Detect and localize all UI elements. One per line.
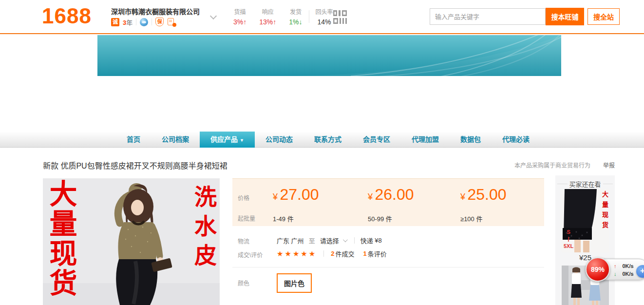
price-label: 价格: [238, 193, 249, 202]
shop-nav: 首页 公司档案 供应产品▼ 公司动态 联系方式 会员专区 代理加盟 数据包 代理…: [0, 132, 644, 148]
upload-speed-row: ↑ 0K/s: [614, 263, 634, 269]
trade-notice: 本产品采购属于商业贸易行为举报: [514, 161, 615, 169]
download-arrow-icon: ↓: [614, 271, 617, 277]
deal-count-link[interactable]: 2件成交: [331, 249, 354, 258]
company-badges: 诚 3年 保: [111, 18, 176, 26]
site-header: 1688 深圳市韩潮衣橱服装有限公司 诚 3年 保 货描 3%↑ 响应 13%↑…: [0, 0, 644, 34]
ship-from: 广东 广州: [277, 236, 304, 245]
report-link[interactable]: 举报: [603, 162, 615, 169]
sidebar-title: 买家还在看: [555, 179, 615, 189]
nav-item-member-zone[interactable]: 会员专区: [352, 132, 401, 148]
star-rating-icon: ★★★★★: [277, 249, 317, 258]
search-input[interactable]: [430, 8, 546, 25]
divider: [323, 250, 324, 257]
chengxintong-badge-icon: 诚: [111, 18, 119, 26]
deals-row: ★★★★★ 2件成交 1条评价: [277, 249, 396, 258]
thumb-size-range: S|5XL: [564, 229, 573, 249]
nav-item-agent-guide[interactable]: 代理必读: [492, 132, 540, 148]
shop-banner: [97, 35, 561, 76]
nav-item-company-profile[interactable]: 公司档案: [151, 132, 200, 148]
nav-item-data-pack[interactable]: 数据包: [450, 132, 492, 148]
nav-caret-down-icon: ▼: [240, 138, 244, 143]
tier-price-1: ¥ 27.00: [273, 186, 319, 204]
member-years: 3年: [123, 18, 133, 27]
color-label: 颜色: [238, 279, 249, 287]
product-main-image[interactable]: 大量现货 洗水皮: [43, 178, 220, 305]
nav-item-products-active[interactable]: 供应产品▼: [200, 132, 255, 148]
destination-select[interactable]: 请选择: [320, 236, 339, 245]
company-name: 深圳市韩潮衣橱服装有限公司: [111, 6, 200, 16]
express-fee: ¥8: [375, 237, 381, 244]
nav-item-company-news[interactable]: 公司动态: [255, 132, 303, 148]
image-overlay-text-left: 大量现货: [47, 179, 75, 305]
destination-chevron-down-icon[interactable]: [343, 237, 348, 242]
divider: [152, 19, 152, 25]
stat-xiangying: 响应 13%↑: [253, 7, 283, 26]
divider: [136, 19, 136, 25]
qr-code-icon[interactable]: [333, 10, 348, 24]
express-label: 快递: [360, 236, 373, 245]
guarantee-badge-icon: 保: [155, 18, 164, 26]
company-chevron-down-icon[interactable]: [210, 13, 217, 19]
image-overlay-text-right: 洗水皮: [192, 185, 215, 273]
price-panel: 价格 ¥ 27.00 ¥ 26.00 ¥ 25.00 起批量 1-49 件 50…: [232, 178, 544, 226]
logistics-label: 物流: [238, 237, 249, 245]
ship-to-label: 至: [309, 236, 315, 245]
download-speed: 0K/s: [623, 271, 634, 277]
logistics-row: 广东 广州 至 请选择 快递 ¥8: [277, 236, 382, 245]
moq-label: 起批量: [238, 214, 255, 222]
section-divider: [232, 267, 544, 267]
download-speed-row: ↓ 0K/s: [614, 271, 634, 277]
tier-qty-2: 50-99 件: [368, 214, 392, 223]
tier-qty-1: 1-49 件: [273, 214, 294, 223]
tier-qty-3: ≥100 件: [460, 214, 482, 223]
tier-price-3: ¥ 25.00: [460, 186, 507, 204]
search-shop-button[interactable]: 搜本旺铺: [546, 8, 584, 25]
deals-label: 成交\评价: [238, 250, 263, 259]
wangwang-chat-icon[interactable]: [140, 18, 148, 26]
upload-arrow-icon: ↑: [614, 263, 617, 269]
nav-item-contact[interactable]: 联系方式: [303, 132, 352, 148]
search-site-button[interactable]: 搜全站: [587, 8, 620, 25]
stat-huomiao: 货描 3%↑: [227, 7, 253, 26]
divider: [354, 237, 355, 244]
product-title: 新款 优质PU包臀性感皮裙开叉不规则高腰半身裙短裙: [43, 159, 227, 171]
sidebar-item-1-image[interactable]: 大量现货 S|5XL: [562, 189, 609, 252]
nav-item-home[interactable]: 首页: [116, 132, 151, 148]
thumb-overlay-text: 大量现货: [602, 191, 608, 232]
contract-badge-icon: [167, 18, 176, 26]
review-count-link[interactable]: 1条评价: [363, 249, 387, 258]
tier-price-2: ¥ 26.00: [368, 186, 414, 204]
stat-fahuo: 发货 1%↓: [283, 7, 308, 26]
seller-stats: 货描 3%↑ 响应 13%↑ 发货 1%↓ 回头率 14%: [227, 7, 340, 26]
nav-item-agent-join[interactable]: 代理加盟: [401, 132, 450, 148]
optimization-percent-button[interactable]: 89%: [586, 257, 610, 282]
color-option-button[interactable]: 图片色: [277, 273, 312, 293]
also-viewing-sidebar: 买家还在看 大量现货 S|5XL ¥25: [555, 175, 615, 305]
upload-speed: 0K/s: [623, 263, 634, 269]
1688-logo[interactable]: 1688: [42, 4, 92, 28]
